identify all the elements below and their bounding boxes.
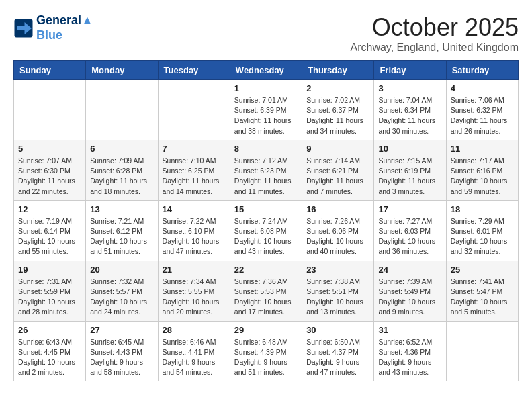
calendar-cell: 26Sunrise: 6:43 AM Sunset: 4:45 PM Dayli… [14,321,86,381]
logo: General▲ Blue [13,13,93,42]
calendar-cell: 2Sunrise: 7:02 AM Sunset: 6:37 PM Daylig… [302,80,374,140]
day-number: 24 [378,265,441,275]
calendar-cell: 31Sunrise: 6:52 AM Sunset: 4:36 PM Dayli… [374,321,446,381]
day-content: Sunrise: 7:26 AM Sunset: 6:06 PM Dayligh… [306,216,369,257]
weekday-header-row: SundayMondayTuesdayWednesdayThursdayFrid… [14,61,519,80]
day-content: Sunrise: 7:32 AM Sunset: 5:57 PM Dayligh… [90,277,153,318]
day-content: Sunrise: 7:12 AM Sunset: 6:23 PM Dayligh… [234,156,298,197]
day-content: Sunrise: 6:43 AM Sunset: 4:45 PM Dayligh… [18,337,81,378]
weekday-header-cell: Wednesday [230,61,302,80]
calendar-week-row: 5Sunrise: 7:07 AM Sunset: 6:30 PM Daylig… [14,140,519,200]
weekday-header-cell: Friday [374,61,446,80]
day-content: Sunrise: 6:48 AM Sunset: 4:39 PM Dayligh… [234,337,298,378]
day-content: Sunrise: 7:38 AM Sunset: 5:51 PM Dayligh… [306,277,369,318]
calendar-cell: 18Sunrise: 7:29 AM Sunset: 6:01 PM Dayli… [446,200,518,261]
day-content: Sunrise: 7:22 AM Sunset: 6:10 PM Dayligh… [163,216,226,257]
day-number: 19 [18,265,81,275]
day-number: 21 [163,265,226,275]
day-number: 11 [451,144,514,154]
page-header: General▲ Blue October 2025 Archway, Engl… [13,13,519,54]
day-number: 7 [163,144,226,154]
day-number: 25 [451,265,514,275]
calendar-cell: 15Sunrise: 7:24 AM Sunset: 6:08 PM Dayli… [230,200,302,261]
day-content: Sunrise: 7:02 AM Sunset: 6:37 PM Dayligh… [306,95,369,136]
calendar-cell: 19Sunrise: 7:31 AM Sunset: 5:59 PM Dayli… [14,261,86,321]
day-number: 10 [378,144,441,154]
day-content: Sunrise: 7:17 AM Sunset: 6:16 PM Dayligh… [451,156,514,197]
calendar-cell [446,321,518,381]
day-number: 15 [234,204,298,214]
day-number: 14 [163,204,226,214]
day-content: Sunrise: 7:36 AM Sunset: 5:53 PM Dayligh… [234,277,298,318]
calendar-cell [158,80,230,140]
day-number: 28 [163,325,226,335]
day-content: Sunrise: 7:14 AM Sunset: 6:21 PM Dayligh… [306,156,369,197]
calendar-cell: 24Sunrise: 7:39 AM Sunset: 5:49 PM Dayli… [374,261,446,321]
day-number: 4 [451,83,514,93]
calendar-cell: 17Sunrise: 7:27 AM Sunset: 6:03 PM Dayli… [374,200,446,261]
day-content: Sunrise: 7:09 AM Sunset: 6:28 PM Dayligh… [90,156,153,197]
day-content: Sunrise: 7:21 AM Sunset: 6:12 PM Dayligh… [90,216,153,257]
day-content: Sunrise: 7:29 AM Sunset: 6:01 PM Dayligh… [451,216,514,257]
calendar-cell: 8Sunrise: 7:12 AM Sunset: 6:23 PM Daylig… [230,140,302,200]
day-number: 6 [90,144,153,154]
calendar-cell: 13Sunrise: 7:21 AM Sunset: 6:12 PM Dayli… [86,200,158,261]
day-content: Sunrise: 7:27 AM Sunset: 6:03 PM Dayligh… [378,216,441,257]
day-number: 9 [306,144,369,154]
logo-icon [13,18,34,38]
weekday-header-cell: Thursday [302,61,374,80]
day-number: 12 [18,204,81,214]
day-number: 27 [90,325,153,335]
calendar-cell: 29Sunrise: 6:48 AM Sunset: 4:39 PM Dayli… [230,321,302,381]
day-number: 3 [378,83,441,93]
day-content: Sunrise: 7:10 AM Sunset: 6:25 PM Dayligh… [163,156,226,197]
weekday-header-cell: Sunday [14,61,86,80]
day-number: 1 [234,83,298,93]
day-number: 5 [18,144,81,154]
day-number: 29 [234,325,298,335]
day-content: Sunrise: 7:01 AM Sunset: 6:39 PM Dayligh… [234,95,298,136]
day-content: Sunrise: 7:15 AM Sunset: 6:19 PM Dayligh… [378,156,441,197]
day-content: Sunrise: 7:39 AM Sunset: 5:49 PM Dayligh… [378,277,441,318]
day-number: 13 [90,204,153,214]
calendar-cell: 1Sunrise: 7:01 AM Sunset: 6:39 PM Daylig… [230,80,302,140]
calendar-cell: 27Sunrise: 6:45 AM Sunset: 4:43 PM Dayli… [86,321,158,381]
day-number: 17 [378,204,441,214]
day-number: 31 [378,325,441,335]
logo-text: General▲ Blue [36,13,93,42]
day-content: Sunrise: 6:45 AM Sunset: 4:43 PM Dayligh… [90,337,153,378]
calendar-cell: 16Sunrise: 7:26 AM Sunset: 6:06 PM Dayli… [302,200,374,261]
weekday-header-cell: Saturday [446,61,518,80]
weekday-header-cell: Tuesday [158,61,230,80]
day-number: 16 [306,204,369,214]
calendar-cell: 23Sunrise: 7:38 AM Sunset: 5:51 PM Dayli… [302,261,374,321]
calendar-cell: 10Sunrise: 7:15 AM Sunset: 6:19 PM Dayli… [374,140,446,200]
calendar-cell: 9Sunrise: 7:14 AM Sunset: 6:21 PM Daylig… [302,140,374,200]
day-content: Sunrise: 7:06 AM Sunset: 6:32 PM Dayligh… [451,95,514,136]
calendar-cell [14,80,86,140]
day-number: 8 [234,144,298,154]
calendar-cell: 11Sunrise: 7:17 AM Sunset: 6:16 PM Dayli… [446,140,518,200]
day-content: Sunrise: 7:24 AM Sunset: 6:08 PM Dayligh… [234,216,298,257]
calendar-cell: 12Sunrise: 7:19 AM Sunset: 6:14 PM Dayli… [14,200,86,261]
calendar-cell: 20Sunrise: 7:32 AM Sunset: 5:57 PM Dayli… [86,261,158,321]
calendar-cell: 4Sunrise: 7:06 AM Sunset: 6:32 PM Daylig… [446,80,518,140]
day-number: 30 [306,325,369,335]
day-content: Sunrise: 6:50 AM Sunset: 4:37 PM Dayligh… [306,337,369,378]
calendar-table: SundayMondayTuesdayWednesdayThursdayFrid… [13,60,519,381]
day-content: Sunrise: 7:41 AM Sunset: 5:47 PM Dayligh… [451,277,514,318]
calendar-cell [86,80,158,140]
day-content: Sunrise: 6:52 AM Sunset: 4:36 PM Dayligh… [378,337,441,378]
calendar-cell: 22Sunrise: 7:36 AM Sunset: 5:53 PM Dayli… [230,261,302,321]
calendar-week-row: 12Sunrise: 7:19 AM Sunset: 6:14 PM Dayli… [14,200,519,261]
calendar-body: 1Sunrise: 7:01 AM Sunset: 6:39 PM Daylig… [14,80,519,381]
calendar-cell: 5Sunrise: 7:07 AM Sunset: 6:30 PM Daylig… [14,140,86,200]
calendar-cell: 6Sunrise: 7:09 AM Sunset: 6:28 PM Daylig… [86,140,158,200]
month-title: October 2025 [350,13,519,42]
day-content: Sunrise: 6:46 AM Sunset: 4:41 PM Dayligh… [163,337,226,378]
day-number: 26 [18,325,81,335]
day-content: Sunrise: 7:31 AM Sunset: 5:59 PM Dayligh… [18,277,81,318]
day-number: 18 [451,204,514,214]
calendar-week-row: 19Sunrise: 7:31 AM Sunset: 5:59 PM Dayli… [14,261,519,321]
calendar-cell: 7Sunrise: 7:10 AM Sunset: 6:25 PM Daylig… [158,140,230,200]
